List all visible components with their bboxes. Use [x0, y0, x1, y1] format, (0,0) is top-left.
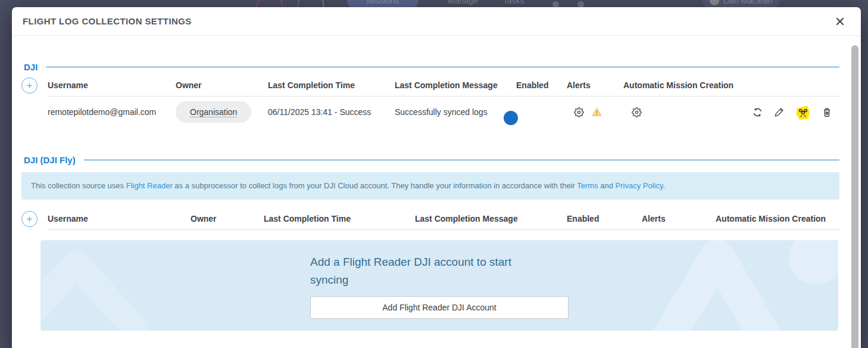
edit-button[interactable]	[774, 107, 785, 117]
background-nav-label: Tasks	[503, 0, 524, 5]
column-header-last-completion-time: Last Completion Time	[264, 214, 415, 223]
map-line	[322, 0, 324, 7]
add-flight-reader-account-button[interactable]: +	[21, 211, 38, 227]
column-header-last-completion-time: Last Completion Time	[268, 80, 395, 90]
info-text: .	[663, 181, 665, 190]
column-header-automatic-mission-creation: Automatic Mission Creation	[716, 214, 835, 223]
dji-table: + Username Owner Last Completion Time La…	[21, 72, 839, 128]
page-background: Missions Manage Tasks Dan Maclean	[0, 0, 868, 7]
owner-badge-label: Organisation	[190, 107, 237, 117]
section-header-dji: DJI	[21, 62, 839, 72]
info-text: and	[598, 181, 616, 190]
drone-icon	[795, 104, 811, 120]
column-header-last-completion-message: Last Completion Message	[415, 214, 567, 223]
background-user-name: Dan Maclean	[723, 0, 773, 5]
close-icon	[836, 17, 844, 26]
background-nav-item-missions: Missions	[347, 0, 419, 7]
flight-reader-info-banner: This collection source uses Flight Reade…	[21, 172, 839, 200]
map-line	[280, 0, 283, 7]
flight-reader-empty-state: Add a Flight Reader DJI account to start…	[40, 240, 838, 331]
modal-header: FLIGHT LOG COLLECTION SETTINGS	[12, 7, 861, 36]
flight-log-collection-settings-modal: FLIGHT LOG COLLECTION SETTINGS DJI + Use…	[12, 7, 861, 348]
section-title-dji-fly: DJI (DJI Fly)	[21, 155, 76, 165]
alert-settings-button[interactable]	[574, 107, 584, 117]
owner-cell: Organisation	[176, 101, 268, 123]
avatar	[710, 0, 719, 5]
scrollbar-thumb[interactable]	[851, 45, 858, 348]
delete-button[interactable]	[822, 107, 832, 118]
add-flight-reader-dji-account-button[interactable]: Add Flight Reader DJI Account	[310, 296, 569, 319]
modal-body: DJI + Username Owner Last Completion Tim…	[12, 62, 861, 331]
column-header-last-completion-message: Last Completion Message	[395, 80, 516, 90]
background-nav-label: Missions	[367, 0, 399, 5]
last-completion-message-cell: Successfully synced logs	[395, 107, 516, 117]
drone-button[interactable]	[795, 104, 811, 120]
terms-link[interactable]: Terms	[577, 181, 598, 190]
privacy-policy-link[interactable]: Privacy Policy	[616, 181, 663, 190]
automatic-mission-creation-cell	[623, 107, 748, 117]
section-divider	[46, 67, 839, 67]
map-line	[256, 0, 260, 7]
modal-title: FLIGHT LOG COLLECTION SETTINGS	[23, 16, 192, 26]
column-header-owner: Owner	[191, 214, 264, 223]
pencil-icon	[774, 107, 785, 117]
background-nav-item-tasks: Tasks	[503, 0, 524, 7]
gear-icon	[632, 107, 642, 117]
refresh-icon	[752, 107, 763, 118]
close-button[interactable]	[833, 15, 847, 28]
trash-icon	[822, 107, 832, 118]
column-header-username: Username	[48, 80, 176, 90]
alerts-cell	[567, 107, 623, 117]
column-header-enabled: Enabled	[516, 80, 567, 90]
column-header-alerts: Alerts	[567, 80, 623, 90]
column-header-automatic-mission-creation: Automatic Mission Creation	[623, 80, 748, 90]
background-nav-item-manage: Manage	[448, 0, 478, 7]
section-divider	[84, 160, 839, 160]
empty-state-content: Add a Flight Reader DJI account to start…	[310, 253, 569, 319]
background-nav-icon	[552, 1, 559, 7]
table-row: remotepilotdemo@gmail.com Organisation 0…	[48, 97, 839, 128]
gear-icon	[574, 107, 584, 117]
info-text: This collection source uses	[31, 181, 126, 190]
column-header-username: Username	[48, 214, 191, 223]
add-dji-account-button[interactable]: +	[21, 77, 38, 94]
sync-now-button[interactable]	[752, 107, 763, 118]
column-header-enabled: Enabled	[567, 214, 642, 223]
info-text: as a subprocessor to collect logs from y…	[173, 181, 577, 190]
row-actions	[748, 104, 839, 120]
column-header-owner: Owner	[176, 80, 268, 90]
sync-warning-icon[interactable]	[592, 107, 602, 117]
background-user-menu: Dan Maclean	[702, 0, 780, 7]
flight-reader-link[interactable]: Flight Reader	[126, 181, 173, 190]
owner-badge[interactable]: Organisation	[176, 101, 251, 123]
username-cell: remotepilotdemo@gmail.com	[48, 107, 176, 117]
bell-icon	[577, 1, 584, 7]
toggle-knob	[504, 111, 518, 125]
mission-creation-settings-button[interactable]	[632, 107, 642, 117]
plus-icon: +	[27, 80, 33, 91]
column-header-alerts: Alerts	[642, 214, 716, 223]
dji-fly-table-header: Username Owner Last Completion Time Last…	[48, 206, 839, 230]
last-completion-time-cell: 06/11/2025 13:41 - Success	[268, 107, 395, 117]
section-title-dji: DJI	[21, 62, 38, 72]
section-header-dji-fly: DJI (DJI Fly)	[21, 155, 839, 165]
empty-state-heading: Add a Flight Reader DJI account to start…	[310, 253, 538, 289]
dji-table-header: Username Owner Last Completion Time Last…	[48, 72, 839, 97]
plus-icon: +	[27, 214, 33, 224]
background-nav-label: Manage	[448, 0, 478, 5]
dji-fly-table: + Username Owner Last Completion Time La…	[21, 206, 839, 230]
map-line	[297, 0, 299, 7]
